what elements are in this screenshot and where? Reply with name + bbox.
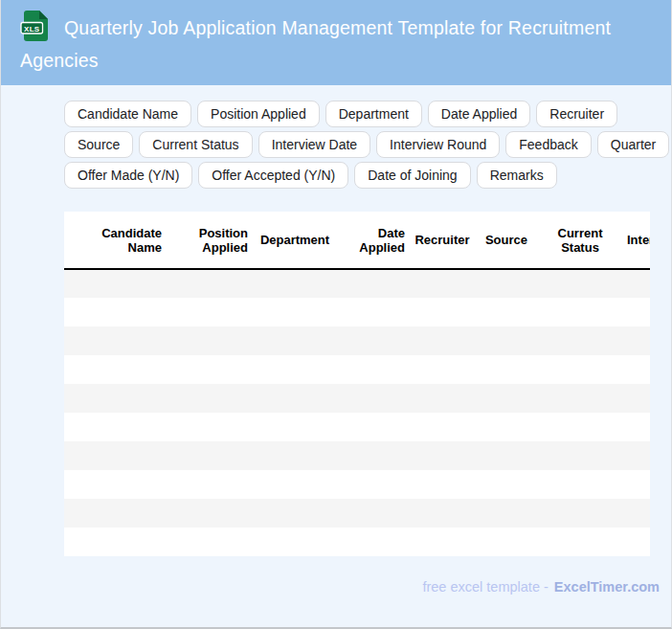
table-cell xyxy=(252,355,338,384)
table-cell xyxy=(64,499,166,528)
table-cell xyxy=(476,355,537,384)
table-cell xyxy=(409,355,476,384)
footer-brand-link[interactable]: ExcelTimer.com xyxy=(554,579,660,595)
table-cell xyxy=(338,441,409,470)
table-cell xyxy=(252,499,338,528)
chip-interview-round[interactable]: Interview Round xyxy=(376,131,500,158)
table-cell xyxy=(166,355,252,384)
table-cell xyxy=(252,413,338,441)
chip-offer-made-y-n[interactable]: Offer Made (Y/N) xyxy=(64,162,192,189)
table-cell xyxy=(537,413,623,441)
table-cell xyxy=(476,298,537,326)
column-header-interview-date: Interview Date xyxy=(623,212,650,269)
chip-date-of-joining[interactable]: Date of Joining xyxy=(354,162,470,189)
table-cell xyxy=(252,384,338,413)
table-cell xyxy=(623,384,650,413)
table-row xyxy=(64,298,650,326)
table-cell xyxy=(409,499,476,528)
table-cell xyxy=(64,269,166,298)
column-header-recruiter: Recruiter xyxy=(409,212,476,269)
table-cell xyxy=(338,528,409,556)
table-cell xyxy=(64,413,166,441)
xls-icon-label: XLS xyxy=(24,25,40,34)
table-cell xyxy=(476,470,537,499)
table-cell xyxy=(252,441,338,470)
column-header-source: Source xyxy=(476,212,537,269)
table-cell xyxy=(64,470,166,499)
table-cell xyxy=(64,384,166,413)
table-cell xyxy=(476,326,537,355)
table-cell xyxy=(338,298,409,326)
column-header-date-applied: Date Applied xyxy=(338,212,409,269)
table-cell xyxy=(166,413,252,441)
chip-row: Candidate NamePosition AppliedDepartment… xyxy=(64,101,654,127)
chip-offer-accepted-y-n[interactable]: Offer Accepted (Y/N) xyxy=(198,162,348,189)
column-header-position-applied: Position Applied xyxy=(166,212,252,269)
table-cell xyxy=(64,326,166,355)
table-cell xyxy=(623,470,650,499)
table-cell xyxy=(409,470,476,499)
table-cell xyxy=(64,355,166,384)
table-container: Candidate NamePosition AppliedDepartment… xyxy=(64,212,650,556)
chip-feedback[interactable]: Feedback xyxy=(505,131,591,158)
table-cell xyxy=(623,269,650,298)
table-cell xyxy=(476,441,537,470)
table-cell xyxy=(476,384,537,413)
table-cell xyxy=(409,528,476,556)
table-cell xyxy=(166,528,252,556)
table-cell xyxy=(338,384,409,413)
table-cell xyxy=(166,384,252,413)
chip-date-applied[interactable]: Date Applied xyxy=(428,101,530,127)
table-cell xyxy=(166,470,252,499)
column-header-candidate-name: Candidate Name xyxy=(64,212,166,269)
table-cell xyxy=(537,326,623,355)
table-cell xyxy=(64,528,166,556)
table-body xyxy=(64,269,650,556)
table-cell xyxy=(537,441,623,470)
application-table: Candidate NamePosition AppliedDepartment… xyxy=(64,212,650,556)
table-cell xyxy=(476,413,537,441)
chip-interview-date[interactable]: Interview Date xyxy=(258,131,370,158)
chip-quarter[interactable]: Quarter xyxy=(597,131,669,158)
chip-source[interactable]: Source xyxy=(64,131,133,158)
table-cell xyxy=(166,326,252,355)
table-cell xyxy=(537,355,623,384)
table-cell xyxy=(338,269,409,298)
table-cell xyxy=(623,499,650,528)
column-header-current-status: Current Status xyxy=(537,212,623,269)
table-row xyxy=(64,499,650,528)
table-row xyxy=(64,384,650,413)
table-cell xyxy=(409,269,476,298)
table-row xyxy=(64,413,650,441)
table-cell xyxy=(537,298,623,326)
table-cell xyxy=(338,413,409,441)
xls-file-icon: XLS xyxy=(20,10,49,42)
field-chip-list: Candidate NamePosition AppliedDepartment… xyxy=(64,101,654,189)
chip-current-status[interactable]: Current Status xyxy=(139,131,252,158)
chip-recruiter[interactable]: Recruiter xyxy=(536,101,617,127)
footer: free excel template -ExcelTimer.com xyxy=(1,579,671,595)
table-cell xyxy=(537,470,623,499)
table-cell xyxy=(537,499,623,528)
chip-remarks[interactable]: Remarks xyxy=(477,162,557,189)
table-row xyxy=(64,355,650,384)
table-cell xyxy=(252,528,338,556)
page: XLS Quarterly Job Application Management… xyxy=(0,0,672,629)
table-row xyxy=(64,470,650,499)
table-cell xyxy=(476,528,537,556)
table-cell xyxy=(166,441,252,470)
chip-department[interactable]: Department xyxy=(325,101,422,127)
chip-candidate-name[interactable]: Candidate Name xyxy=(64,101,191,127)
table-cell xyxy=(476,499,537,528)
page-title: Quarterly Job Application Management Tem… xyxy=(20,17,611,71)
table-cell xyxy=(252,269,338,298)
table-row xyxy=(64,441,650,470)
table-cell xyxy=(623,298,650,326)
table-cell xyxy=(623,355,650,384)
table-cell xyxy=(166,269,252,298)
table-cell xyxy=(409,326,476,355)
table-cell xyxy=(409,413,476,441)
chip-position-applied[interactable]: Position Applied xyxy=(197,101,320,127)
table-cell xyxy=(166,499,252,528)
table-cell xyxy=(252,298,338,326)
